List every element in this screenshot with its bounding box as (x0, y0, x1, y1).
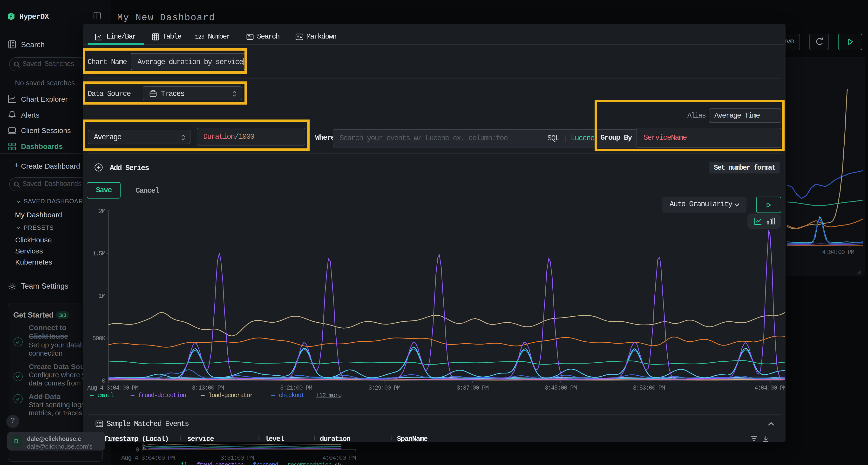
svg-text:0: 0 (102, 377, 105, 385)
svg-text:0: 0 (135, 446, 139, 454)
svg-text:4:04:00 PM: 4:04:00 PM (754, 385, 785, 392)
svg-text:3:21:00 PM: 3:21:00 PM (280, 385, 312, 392)
svg-text:500K: 500K (92, 335, 105, 342)
svg-text:3:13:00 PM: 3:13:00 PM (192, 385, 224, 392)
svg-text:3:45:00 PM: 3:45:00 PM (545, 385, 577, 392)
svg-text:3:29:00 PM: 3:29:00 PM (368, 385, 401, 392)
svg-text:1.5M: 1.5M (92, 250, 105, 257)
svg-text:Aug 4 3:04:00 PM: Aug 4 3:04:00 PM (87, 385, 138, 392)
svg-text:4:04:00 PM: 4:04:00 PM (822, 249, 854, 256)
svg-text:4:04:00 PM: 4:04:00 PM (322, 455, 355, 462)
svg-text:3:31:00 PM: 3:31:00 PM (220, 455, 254, 462)
svg-text:1M: 1M (99, 293, 105, 300)
svg-text:Aug 4 3:04:00 PM: Aug 4 3:04:00 PM (121, 455, 175, 462)
svg-text:3:37:00 PM: 3:37:00 PM (457, 385, 489, 392)
svg-text:3:53:00 PM: 3:53:00 PM (633, 385, 665, 392)
svg-text:2M: 2M (99, 208, 105, 215)
